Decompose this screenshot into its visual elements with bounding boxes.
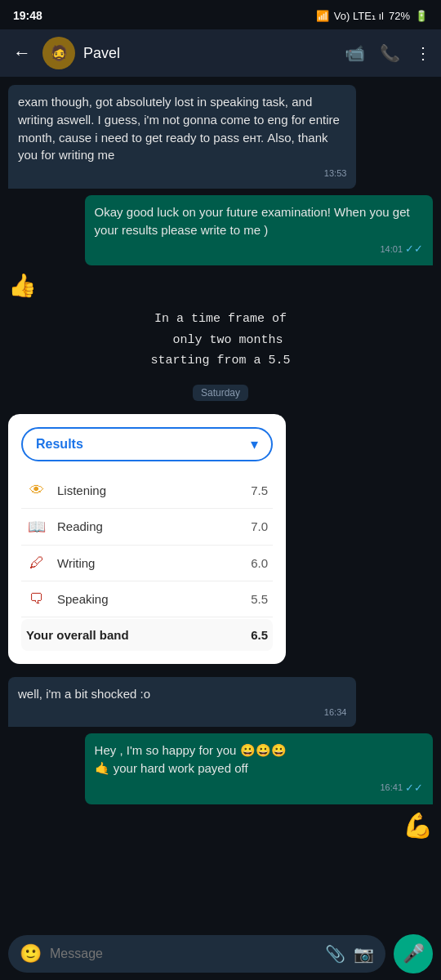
listening-score: 7.5	[251, 483, 268, 497]
message-received-1: exam though, got absolutely lost in spea…	[8, 85, 356, 189]
battery-label: 72%	[389, 10, 410, 22]
result-card-container: Results ▾ 👁 Listening 7.5 📖 Reading 7.0 …	[8, 409, 433, 669]
wifi-icon: 📶	[316, 10, 329, 22]
signal-icon: Vo) LTE₁ ıl	[334, 10, 384, 22]
status-icons: 📶 Vo) LTE₁ ıl 72% 🔋	[316, 10, 428, 22]
status-bar: 19:48 📶 Vo) LTE₁ ıl 72% 🔋	[0, 0, 441, 29]
chat-area: exam though, got absolutely lost in spea…	[0, 77, 441, 934]
writing-label: Writing	[57, 556, 241, 570]
message-time: 13:53	[324, 167, 347, 180]
voice-call-icon[interactable]: 📞	[380, 43, 400, 63]
read-ticks: ✓✓	[405, 781, 423, 796]
contact-name: Pavel	[83, 45, 336, 62]
result-card-header: Results ▾	[21, 427, 273, 461]
result-row-reading: 📖 Reading 7.0	[21, 509, 273, 546]
message-input-wrapper: 🙂 📎 📷	[8, 935, 385, 973]
mic-button[interactable]: 🎤	[394, 934, 433, 973]
message-input[interactable]	[50, 947, 317, 961]
result-row-speaking: 🗨 Speaking 5.5	[21, 581, 273, 617]
more-options-icon[interactable]: ⋮	[415, 43, 431, 63]
message-time: 16:34	[324, 706, 347, 719]
message-time: 14:01	[380, 243, 403, 256]
thumbs-up-reaction: 👍	[8, 272, 433, 299]
message-time: 16:41	[380, 782, 403, 795]
writing-icon: 🖊	[26, 555, 47, 572]
speaking-label: Speaking	[57, 592, 241, 606]
reading-label: Reading	[57, 519, 241, 533]
message-text: well, i'm a bit shocked :o	[18, 687, 150, 701]
speaking-icon: 🗨	[26, 590, 47, 608]
mono-message: In a time frame of only two months start…	[8, 304, 433, 376]
writing-score: 6.0	[251, 556, 268, 570]
overall-label: Your overall band	[26, 628, 241, 642]
listening-icon: 👁	[26, 482, 47, 499]
result-card: Results ▾ 👁 Listening 7.5 📖 Reading 7.0 …	[8, 414, 286, 664]
result-card-title: Results	[36, 437, 83, 452]
message-input-bar: 🙂 📎 📷 🎤	[0, 928, 441, 980]
result-row-listening: 👁 Listening 7.5	[21, 473, 273, 509]
battery-icon: 🔋	[415, 10, 428, 22]
speaking-score: 5.5	[251, 592, 268, 606]
reading-score: 7.0	[251, 519, 268, 533]
reading-icon: 📖	[26, 518, 47, 536]
message-text: exam though, got absolutely lost in spea…	[18, 95, 340, 162]
mic-icon: 🎤	[403, 943, 425, 964]
video-call-icon[interactable]: 📹	[345, 43, 365, 63]
emoji-button[interactable]: 🙂	[20, 943, 42, 964]
overall-score: 6.5	[251, 628, 268, 642]
back-button[interactable]: ←	[10, 39, 34, 67]
chat-header: ← 🧔 Pavel 📹 📞 ⋮	[0, 29, 441, 77]
message-received-2: well, i'm a bit shocked :o 16:34	[8, 677, 356, 728]
result-row-writing: 🖊 Writing 6.0	[21, 546, 273, 581]
muscle-emoji: 💪	[8, 811, 433, 840]
message-text: Okay good luck on your future examinatio…	[95, 205, 410, 237]
day-separator: Saturday	[193, 385, 248, 401]
listening-label: Listening	[57, 483, 241, 497]
message-sent-1: Okay good luck on your future examinatio…	[85, 195, 433, 265]
attachment-icon[interactable]: 📎	[325, 944, 345, 964]
header-actions: 📹 📞 ⋮	[345, 43, 431, 63]
avatar: 🧔	[42, 37, 75, 69]
message-sent-2: Hey , I'm so happy for you 😀😀😀🤙 your har…	[85, 733, 433, 804]
result-row-overall: Your overall band 6.5	[21, 619, 273, 651]
status-time: 19:48	[13, 9, 42, 22]
camera-icon[interactable]: 📷	[354, 944, 374, 964]
message-text: Hey , I'm so happy for you 😀😀😀🤙 your har…	[95, 743, 287, 775]
read-ticks: ✓✓	[405, 242, 423, 257]
dropdown-chevron-icon[interactable]: ▾	[251, 435, 258, 453]
